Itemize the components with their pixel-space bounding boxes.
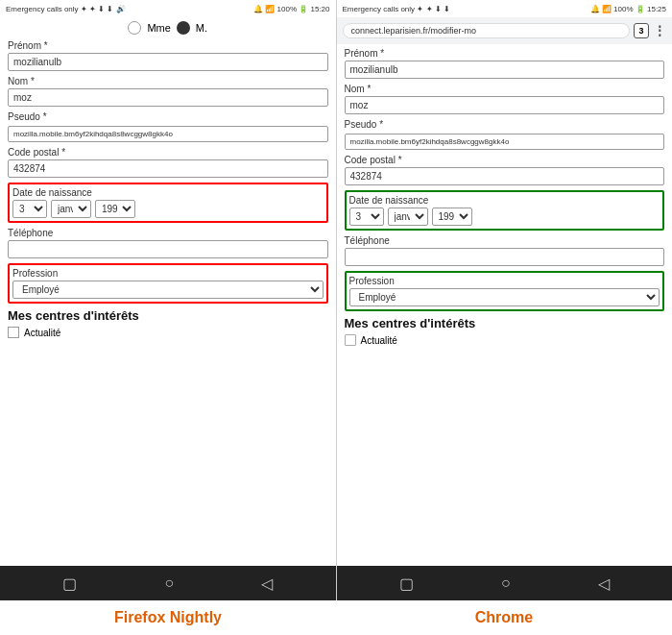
prenom-label-chrome: Prénom * [345, 48, 665, 59]
profession-container-chrome: Profession Employé [345, 271, 665, 311]
chrome-menu-button[interactable]: ⋮ [653, 23, 666, 38]
chrome-label: Chrome [336, 600, 672, 635]
radio-m-ff[interactable] [177, 21, 190, 35]
ff-status-right: 🔔 📶 100% 🔋 15:20 [253, 5, 329, 13]
prenom-group-chrome: Prénom * [345, 48, 665, 79]
profession-label-ff: Profession [12, 268, 324, 279]
nom-label-ff: Nom * [8, 76, 328, 86]
pseudo-group-ff: Pseudo * [8, 111, 328, 142]
dob-label-chrome: Date de naissance [349, 195, 660, 206]
code-postal-label-chrome: Code postal * [345, 155, 665, 165]
firefox-label: Firefox Nightly [0, 600, 336, 635]
prenom-label-ff: Prénom * [8, 40, 328, 51]
prenom-input-chrome[interactable] [345, 61, 665, 79]
dob-container-chrome: Date de naissance 3 janv. 1990 [345, 190, 665, 231]
pseudo-input-ff[interactable] [8, 126, 328, 142]
interests-section-chrome: Mes centres d'intérêts Actualité [345, 316, 665, 346]
chrome-status-left: Emergency calls only ✦ ✦ ⬇ ⬇ [343, 5, 450, 13]
code-postal-group-chrome: Code postal * [345, 155, 665, 185]
actualite-label-ff: Actualité [24, 328, 60, 338]
pseudo-label-ff: Pseudo * [8, 111, 328, 122]
dob-year-ff[interactable]: 1990 [95, 200, 135, 218]
nav-back-ff[interactable]: ◁ [261, 574, 273, 593]
pseudo-label-chrome: Pseudo * [345, 119, 665, 130]
checkbox-actualite-ff[interactable] [8, 327, 19, 338]
code-postal-group-ff: Code postal * [8, 147, 328, 178]
actualite-label-chrome: Actualité [361, 335, 397, 346]
pseudo-group-chrome: Pseudo * [345, 119, 665, 150]
telephone-group-ff: Téléphone [8, 228, 328, 258]
interest-actualite-ff: Actualité [8, 327, 328, 338]
profession-container-ff: Profession Employé [8, 263, 328, 304]
nom-group-ff: Nom * [8, 76, 328, 107]
nav-circle-chrome[interactable]: ○ [501, 574, 511, 592]
dob-day-chrome[interactable]: 3 [349, 208, 384, 226]
code-postal-input-ff[interactable] [8, 159, 328, 178]
interests-section-ff: Mes centres d'intérêts Actualité [8, 308, 328, 338]
nav-square-ff[interactable]: ▢ [62, 574, 77, 593]
code-postal-input-chrome[interactable] [345, 167, 665, 185]
telephone-label-chrome: Téléphone [345, 235, 665, 246]
dob-month-ff[interactable]: janv. [51, 200, 91, 218]
profession-select-chrome[interactable]: Employé [349, 288, 660, 306]
prenom-input-ff[interactable] [8, 53, 328, 71]
interest-actualite-chrome: Actualité [345, 334, 665, 346]
interests-title-ff: Mes centres d'intérêts [8, 308, 328, 323]
chrome-status-bar: Emergency calls only ✦ ✦ ⬇ ⬇ 🔔 📶 100% 🔋 … [337, 0, 673, 17]
telephone-input-chrome[interactable] [345, 248, 665, 266]
telephone-input-ff[interactable] [8, 240, 328, 258]
radio-mme-ff[interactable] [128, 21, 141, 35]
dob-label-ff: Date de naissance [12, 187, 324, 198]
bottom-label-row: Firefox Nightly Chrome [0, 600, 672, 635]
nom-group-chrome: Nom * [345, 84, 665, 114]
nom-input-ff[interactable] [8, 88, 328, 107]
dob-year-chrome[interactable]: 1990 [432, 208, 472, 226]
chrome-status-right: 🔔 📶 100% 🔋 15:25 [590, 5, 666, 13]
chrome-panel: Emergency calls only ✦ ✦ ⬇ ⬇ 🔔 📶 100% 🔋 … [337, 0, 673, 600]
dob-container-ff: Date de naissance 3 janv. 1990 [8, 183, 328, 223]
nom-label-chrome: Nom * [345, 84, 665, 94]
interests-title-chrome: Mes centres d'intérêts [345, 316, 665, 330]
ff-status-left: Emergency calls only ✦ ✦ ⬇ ⬇ 🔊 [6, 5, 126, 13]
dob-row-chrome: 3 janv. 1990 [349, 208, 660, 226]
ff-nav-bar: ▢ ○ ◁ [0, 566, 336, 600]
pseudo-input-chrome[interactable] [345, 134, 665, 150]
firefox-panel: Emergency calls only ✦ ✦ ⬇ ⬇ 🔊 🔔 📶 100% … [0, 0, 337, 600]
dob-day-ff[interactable]: 3 [12, 200, 47, 218]
dob-row-ff: 3 janv. 1990 [12, 200, 324, 218]
profession-select-ff[interactable]: Employé [12, 281, 324, 299]
nav-square-chrome[interactable]: ▢ [399, 574, 414, 593]
gender-row-ff: Mme M. [8, 21, 328, 35]
dob-month-chrome[interactable]: janv. [388, 208, 428, 226]
m-label-ff: M. [196, 22, 207, 34]
mme-label-ff: Mme [147, 22, 170, 34]
nav-circle-ff[interactable]: ○ [164, 574, 174, 592]
checkbox-actualite-chrome[interactable] [345, 334, 356, 346]
nav-back-chrome[interactable]: ◁ [598, 574, 610, 593]
telephone-label-ff: Téléphone [8, 228, 328, 238]
prenom-group-ff: Prénom * [8, 40, 328, 71]
code-postal-label-ff: Code postal * [8, 147, 328, 158]
chrome-tab-count[interactable]: 3 [634, 23, 649, 38]
chrome-url-bar: connect.leparisien.fr/modifier-mo 3 ⋮ [337, 17, 673, 44]
chrome-form: Prénom * Nom * Pseudo * Code postal * Da… [337, 44, 673, 566]
chrome-nav-bar: ▢ ○ ◁ [337, 566, 673, 600]
chrome-url-input[interactable]: connect.leparisien.fr/modifier-mo [343, 23, 631, 38]
telephone-group-chrome: Téléphone [345, 235, 665, 266]
firefox-form: Mme M. Prénom * Nom * Pseudo * Code [0, 17, 336, 566]
firefox-status-bar: Emergency calls only ✦ ✦ ⬇ ⬇ 🔊 🔔 📶 100% … [0, 0, 336, 17]
nom-input-chrome[interactable] [345, 96, 665, 114]
profession-label-chrome: Profession [349, 276, 660, 286]
